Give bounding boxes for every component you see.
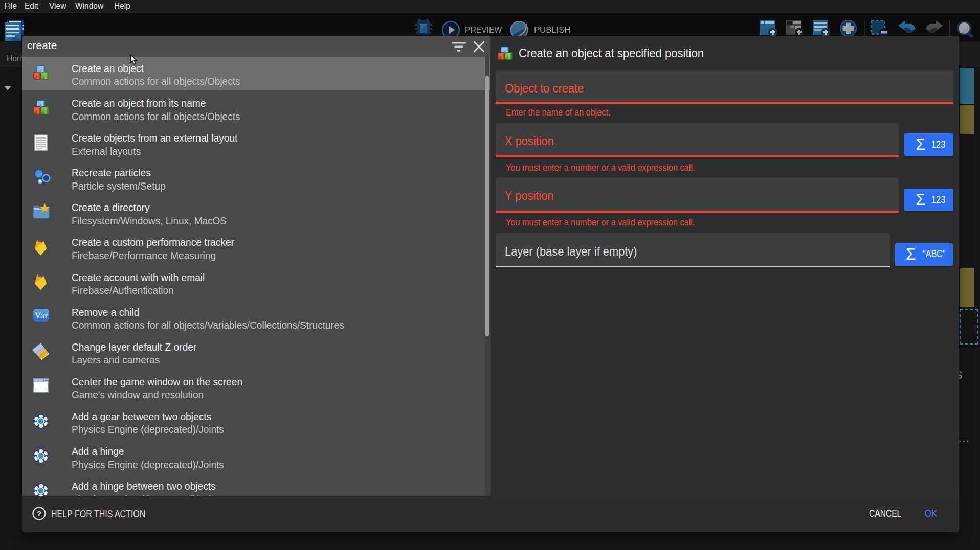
svg-text:Var: Var (34, 310, 48, 320)
svg-text:?: ? (37, 509, 41, 518)
